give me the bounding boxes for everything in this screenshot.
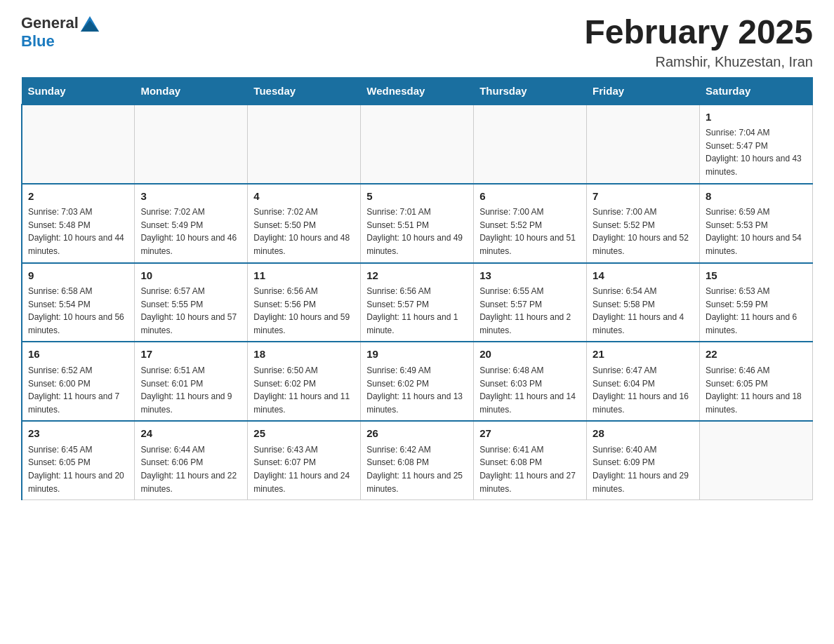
calendar-cell xyxy=(22,105,135,184)
day-number: 18 xyxy=(253,347,355,363)
calendar-cell: 18Sunrise: 6:50 AM Sunset: 6:02 PM Dayli… xyxy=(248,342,361,421)
calendar-header-sunday: Sunday xyxy=(22,77,135,105)
calendar-cell: 23Sunrise: 6:45 AM Sunset: 6:05 PM Dayli… xyxy=(22,421,135,499)
day-info: Sunrise: 6:53 AM Sunset: 5:59 PM Dayligh… xyxy=(706,285,807,337)
day-number: 3 xyxy=(140,189,241,205)
day-info: Sunrise: 6:50 AM Sunset: 6:02 PM Dayligh… xyxy=(253,364,355,416)
day-info: Sunrise: 6:55 AM Sunset: 5:57 PM Dayligh… xyxy=(479,285,581,337)
calendar-cell: 7Sunrise: 7:00 AM Sunset: 5:52 PM Daylig… xyxy=(587,184,700,263)
calendar-cell xyxy=(700,421,813,499)
day-info: Sunrise: 6:56 AM Sunset: 5:57 PM Dayligh… xyxy=(366,285,468,337)
day-number: 9 xyxy=(28,268,128,284)
day-info: Sunrise: 6:57 AM Sunset: 5:55 PM Dayligh… xyxy=(140,285,241,337)
page-header: General Blue February 2025 Ramshir, Khuz… xyxy=(21,14,813,70)
day-info: Sunrise: 6:40 AM Sunset: 6:09 PM Dayligh… xyxy=(593,443,694,495)
calendar-cell xyxy=(248,105,361,184)
title-block: February 2025 Ramshir, Khuzestan, Iran xyxy=(584,14,813,70)
calendar-cell: 20Sunrise: 6:48 AM Sunset: 6:03 PM Dayli… xyxy=(474,342,587,421)
day-number: 8 xyxy=(706,189,807,205)
day-info: Sunrise: 6:51 AM Sunset: 6:01 PM Dayligh… xyxy=(140,364,241,416)
day-number: 5 xyxy=(366,189,468,205)
day-info: Sunrise: 6:59 AM Sunset: 5:53 PM Dayligh… xyxy=(706,206,807,257)
day-number: 20 xyxy=(479,347,581,363)
calendar-cell: 6Sunrise: 7:00 AM Sunset: 5:52 PM Daylig… xyxy=(474,184,587,263)
calendar-header-thursday: Thursday xyxy=(474,77,587,105)
location-subtitle: Ramshir, Khuzestan, Iran xyxy=(584,54,813,70)
calendar-cell xyxy=(361,105,474,184)
calendar-cell: 22Sunrise: 6:46 AM Sunset: 6:05 PM Dayli… xyxy=(700,342,813,421)
calendar-cell: 19Sunrise: 6:49 AM Sunset: 6:02 PM Dayli… xyxy=(361,342,474,421)
day-number: 16 xyxy=(28,347,128,363)
calendar-cell xyxy=(587,105,700,184)
calendar-cell: 8Sunrise: 6:59 AM Sunset: 5:53 PM Daylig… xyxy=(700,184,813,263)
day-info: Sunrise: 6:54 AM Sunset: 5:58 PM Dayligh… xyxy=(593,285,694,337)
day-number: 27 xyxy=(479,426,581,442)
calendar-cell xyxy=(474,105,587,184)
calendar-header-row: SundayMondayTuesdayWednesdayThursdayFrid… xyxy=(22,77,813,105)
day-number: 28 xyxy=(593,426,694,442)
calendar-cell: 11Sunrise: 6:56 AM Sunset: 5:56 PM Dayli… xyxy=(248,263,361,342)
day-info: Sunrise: 6:45 AM Sunset: 6:05 PM Dayligh… xyxy=(28,443,128,495)
calendar-cell: 1Sunrise: 7:04 AM Sunset: 5:47 PM Daylig… xyxy=(700,105,813,184)
calendar-header-wednesday: Wednesday xyxy=(361,77,474,105)
calendar-cell: 16Sunrise: 6:52 AM Sunset: 6:00 PM Dayli… xyxy=(22,342,135,421)
day-number: 23 xyxy=(28,426,128,442)
svg-marker-1 xyxy=(81,20,99,32)
calendar-cell: 5Sunrise: 7:01 AM Sunset: 5:51 PM Daylig… xyxy=(361,184,474,263)
day-number: 21 xyxy=(593,347,694,363)
day-number: 13 xyxy=(479,268,581,284)
day-number: 17 xyxy=(140,347,241,363)
calendar-header-saturday: Saturday xyxy=(700,77,813,105)
day-number: 6 xyxy=(479,189,581,205)
calendar-cell: 17Sunrise: 6:51 AM Sunset: 6:01 PM Dayli… xyxy=(135,342,248,421)
day-info: Sunrise: 6:47 AM Sunset: 6:04 PM Dayligh… xyxy=(593,364,694,416)
day-number: 25 xyxy=(253,426,355,442)
day-number: 24 xyxy=(140,426,241,442)
calendar-week-5: 23Sunrise: 6:45 AM Sunset: 6:05 PM Dayli… xyxy=(22,421,813,499)
day-number: 19 xyxy=(366,347,468,363)
logo-general-text: General xyxy=(21,14,79,32)
day-info: Sunrise: 6:49 AM Sunset: 6:02 PM Dayligh… xyxy=(366,364,468,416)
calendar-cell: 13Sunrise: 6:55 AM Sunset: 5:57 PM Dayli… xyxy=(474,263,587,342)
calendar-cell: 27Sunrise: 6:41 AM Sunset: 6:08 PM Dayli… xyxy=(474,421,587,499)
day-number: 14 xyxy=(593,268,694,284)
calendar-header-monday: Monday xyxy=(135,77,248,105)
logo-triangle-icon xyxy=(81,16,99,32)
day-number: 15 xyxy=(706,268,807,284)
day-info: Sunrise: 6:46 AM Sunset: 6:05 PM Dayligh… xyxy=(706,364,807,416)
logo-blue-text: Blue xyxy=(21,32,55,50)
calendar-cell: 2Sunrise: 7:03 AM Sunset: 5:48 PM Daylig… xyxy=(22,184,135,263)
calendar-cell: 28Sunrise: 6:40 AM Sunset: 6:09 PM Dayli… xyxy=(587,421,700,499)
day-number: 2 xyxy=(28,189,128,205)
day-number: 26 xyxy=(366,426,468,442)
day-info: Sunrise: 6:56 AM Sunset: 5:56 PM Dayligh… xyxy=(253,285,355,337)
day-info: Sunrise: 6:52 AM Sunset: 6:00 PM Dayligh… xyxy=(28,364,128,416)
day-info: Sunrise: 7:02 AM Sunset: 5:49 PM Dayligh… xyxy=(140,206,241,257)
calendar-cell xyxy=(135,105,248,184)
calendar-cell: 12Sunrise: 6:56 AM Sunset: 5:57 PM Dayli… xyxy=(361,263,474,342)
calendar-cell: 15Sunrise: 6:53 AM Sunset: 5:59 PM Dayli… xyxy=(700,263,813,342)
calendar-header-friday: Friday xyxy=(587,77,700,105)
day-info: Sunrise: 7:03 AM Sunset: 5:48 PM Dayligh… xyxy=(28,206,128,257)
day-info: Sunrise: 7:00 AM Sunset: 5:52 PM Dayligh… xyxy=(593,206,694,257)
calendar-table: SundayMondayTuesdayWednesdayThursdayFrid… xyxy=(21,77,813,500)
calendar-cell: 24Sunrise: 6:44 AM Sunset: 6:06 PM Dayli… xyxy=(135,421,248,499)
calendar-cell: 26Sunrise: 6:42 AM Sunset: 6:08 PM Dayli… xyxy=(361,421,474,499)
day-info: Sunrise: 7:01 AM Sunset: 5:51 PM Dayligh… xyxy=(366,206,468,257)
day-number: 7 xyxy=(593,189,694,205)
calendar-week-4: 16Sunrise: 6:52 AM Sunset: 6:00 PM Dayli… xyxy=(22,342,813,421)
calendar-cell: 10Sunrise: 6:57 AM Sunset: 5:55 PM Dayli… xyxy=(135,263,248,342)
day-info: Sunrise: 6:44 AM Sunset: 6:06 PM Dayligh… xyxy=(140,443,241,495)
calendar-cell: 4Sunrise: 7:02 AM Sunset: 5:50 PM Daylig… xyxy=(248,184,361,263)
day-info: Sunrise: 7:02 AM Sunset: 5:50 PM Dayligh… xyxy=(253,206,355,257)
calendar-header-tuesday: Tuesday xyxy=(248,77,361,105)
day-number: 12 xyxy=(366,268,468,284)
calendar-cell: 25Sunrise: 6:43 AM Sunset: 6:07 PM Dayli… xyxy=(248,421,361,499)
day-info: Sunrise: 6:48 AM Sunset: 6:03 PM Dayligh… xyxy=(479,364,581,416)
calendar-week-1: 1Sunrise: 7:04 AM Sunset: 5:47 PM Daylig… xyxy=(22,105,813,184)
day-info: Sunrise: 7:04 AM Sunset: 5:47 PM Dayligh… xyxy=(706,126,807,178)
month-title: February 2025 xyxy=(584,14,813,51)
day-info: Sunrise: 7:00 AM Sunset: 5:52 PM Dayligh… xyxy=(479,206,581,257)
day-number: 4 xyxy=(253,189,355,205)
day-number: 1 xyxy=(706,109,807,126)
